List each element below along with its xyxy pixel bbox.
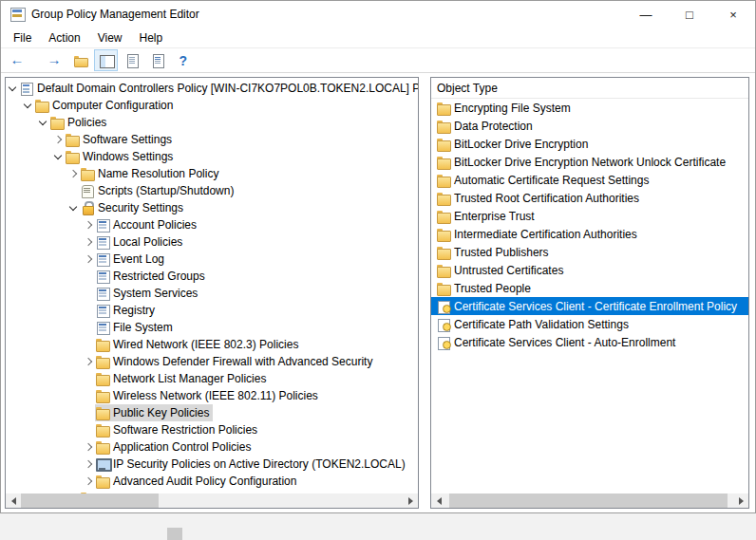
list-horizontal-scrollbar[interactable]	[431, 493, 748, 508]
twisty-icon[interactable]	[38, 114, 49, 131]
twisty-icon[interactable]	[84, 251, 95, 268]
show-console-tree-button[interactable]	[94, 49, 118, 71]
list-item[interactable]: Trusted People	[431, 279, 748, 297]
tree-node[interactable]: File System	[95, 319, 177, 336]
list-item[interactable]: Intermediate Certification Authorities	[431, 225, 748, 243]
list-item[interactable]: Encrypting File System	[431, 99, 748, 117]
list-item[interactable]: Enterprise Trust	[431, 207, 748, 225]
twisty-icon[interactable]	[84, 233, 95, 251]
scroll-track[interactable]	[21, 493, 403, 508]
list-item[interactable]: BitLocker Drive Encryption	[431, 135, 748, 153]
tree-item-wired-network[interactable]: Wired Network (IEEE 802.3) Policies	[6, 336, 418, 353]
tree-node[interactable]: Windows Defender Firewall with Advanced …	[95, 353, 376, 370]
tree-item-security-settings[interactable]: Security Settings	[6, 199, 418, 216]
scroll-left-button[interactable]	[6, 493, 21, 508]
tree-node[interactable]: Security Settings	[80, 199, 187, 216]
maximize-button[interactable]: □	[668, 1, 711, 28]
tree-node[interactable]: Scripts (Startup/Shutdown)	[80, 182, 237, 199]
minimize-button[interactable]: —	[624, 1, 668, 28]
menu-item[interactable]: View	[89, 29, 131, 47]
tree-item-scripts[interactable]: Scripts (Startup/Shutdown)	[6, 182, 418, 199]
tree-node[interactable]: Policies	[49, 114, 110, 131]
tree-item-wireless-network[interactable]: Wireless Network (IEEE 802.11) Policies	[6, 387, 418, 404]
tree-node[interactable]: Network List Manager Policies	[95, 370, 270, 387]
tree-item-account-policies[interactable]: Account Policies	[6, 216, 418, 233]
column-header-object-type[interactable]: Object Type	[431, 78, 748, 99]
list-item[interactable]: Certificate Services Client - Certificat…	[431, 297, 748, 315]
scroll-right-button[interactable]	[733, 493, 748, 508]
list-item[interactable]: Trusted Root Certification Authorities	[431, 189, 748, 207]
tree-item-advanced-audit[interactable]: Advanced Audit Policy Configuration	[6, 473, 418, 490]
tree-node[interactable]: Windows Settings	[65, 148, 177, 165]
list-item[interactable]: Untrusted Certificates	[431, 261, 748, 279]
twisty-icon[interactable]	[84, 456, 95, 473]
twisty-icon[interactable]	[8, 80, 19, 97]
properties-button[interactable]	[120, 49, 143, 71]
tree-item-network-list-manager[interactable]: Network List Manager Policies	[6, 370, 418, 387]
tree-item-event-log[interactable]: Event Log	[6, 251, 418, 268]
twisty-icon[interactable]	[84, 387, 95, 404]
tree-node[interactable]: Software Restriction Policies	[95, 421, 261, 438]
tree-item-ip-security-policies[interactable]: IP Security Policies on Active Directory…	[6, 456, 418, 473]
twisty-icon[interactable]	[84, 404, 95, 421]
tree-item-windows-defender-firewall[interactable]: Windows Defender Firewall with Advanced …	[6, 353, 418, 370]
twisty-icon[interactable]	[84, 216, 95, 233]
twisty-icon[interactable]	[84, 370, 95, 387]
twisty-icon[interactable]	[68, 199, 80, 216]
twisty-icon[interactable]	[84, 302, 95, 319]
tree-item-registry[interactable]: Registry	[6, 302, 418, 319]
tree-item-application-control-policies[interactable]: Application Control Policies	[6, 438, 418, 456]
tree-node[interactable]: System Services	[95, 285, 201, 302]
tree-item-policies[interactable]: Policies	[6, 114, 418, 131]
tree-item-windows-settings[interactable]: Windows Settings	[6, 148, 418, 165]
forward-button[interactable]	[43, 49, 66, 71]
twisty-icon[interactable]	[84, 438, 95, 456]
tree-node[interactable]: Computer Configuration	[34, 97, 177, 114]
tree-node[interactable]: Account Policies	[95, 216, 200, 233]
tree-item-system-services[interactable]: System Services	[6, 285, 418, 302]
tree-node[interactable]: Event Log	[95, 251, 168, 268]
tree-node[interactable]: Wired Network (IEEE 802.3) Policies	[95, 336, 302, 353]
twisty-icon[interactable]	[84, 319, 95, 336]
tree-node[interactable]: IP Security Policies on Active Directory…	[95, 456, 409, 473]
twisty-icon[interactable]	[84, 473, 95, 490]
tree-node[interactable]: Public Key Policies	[95, 404, 213, 421]
twisty-icon[interactable]	[53, 148, 65, 165]
tree-node[interactable]: Application Control Policies	[95, 438, 255, 456]
tree-node[interactable]: Restricted Groups	[95, 268, 209, 285]
twisty-icon[interactable]	[84, 353, 95, 370]
list-item[interactable]: Automatic Certificate Request Settings	[431, 171, 748, 189]
twisty-icon[interactable]	[23, 97, 34, 114]
list-item[interactable]: Data Protection	[431, 117, 748, 135]
scroll-left-button[interactable]	[431, 493, 446, 508]
scroll-thumb[interactable]	[21, 493, 159, 508]
tree-item-name-resolution-policy[interactable]: Name Resolution Policy	[6, 165, 418, 182]
tree-item-root[interactable]: Default Domain Controllers Policy [WIN-C…	[6, 80, 418, 97]
list-item[interactable]: Certificate Path Validation Settings	[431, 315, 748, 333]
menu-item[interactable]: Help	[131, 29, 172, 47]
twisty-icon[interactable]	[68, 165, 80, 182]
tree-item-software-restriction-policies[interactable]: Software Restriction Policies	[6, 421, 418, 438]
close-button[interactable]: ×	[711, 1, 755, 28]
scroll-right-button[interactable]	[403, 493, 418, 508]
tree-node[interactable]: Software Settings	[65, 131, 176, 148]
scroll-track[interactable]	[446, 493, 733, 508]
tree-item-software-settings[interactable]: Software Settings	[6, 131, 418, 148]
up-one-level-button[interactable]	[68, 49, 92, 71]
twisty-icon[interactable]	[84, 285, 95, 302]
tree-node[interactable]: Default Domain Controllers Policy [WIN-C…	[19, 80, 418, 97]
help-button[interactable]	[171, 49, 195, 71]
list-item[interactable]: BitLocker Drive Encryption Network Unloc…	[431, 153, 748, 171]
scroll-thumb[interactable]	[449, 493, 728, 508]
list-item[interactable]: Trusted Publishers	[431, 243, 748, 261]
menu-item[interactable]: Action	[40, 29, 88, 47]
back-button[interactable]	[6, 49, 29, 71]
menu-item[interactable]: File	[5, 29, 40, 47]
tree-node[interactable]: Name Resolution Policy	[80, 165, 222, 182]
twisty-icon[interactable]	[84, 336, 95, 353]
twisty-icon[interactable]	[68, 182, 80, 199]
tree-node[interactable]: Registry	[95, 302, 159, 319]
tree-item-local-policies[interactable]: Local Policies	[6, 233, 418, 251]
tree-horizontal-scrollbar[interactable]	[6, 493, 418, 508]
list-item[interactable]: Certificate Services Client - Auto-Enrol…	[431, 333, 748, 351]
